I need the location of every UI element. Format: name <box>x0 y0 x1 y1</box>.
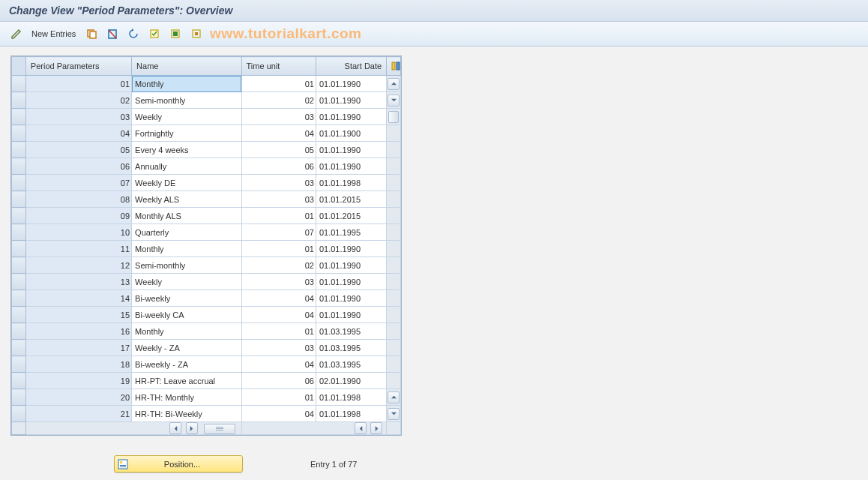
cell-start-date[interactable]: 01.03.1995 <box>316 323 386 340</box>
row-selector[interactable] <box>12 340 26 356</box>
row-selector[interactable] <box>12 389 26 406</box>
new-entries-button[interactable]: New Entries <box>28 29 79 38</box>
cell-start-date[interactable]: 01.01.1990 <box>316 290 386 307</box>
row-selector[interactable] <box>12 175 26 191</box>
select-all-icon[interactable] <box>146 26 163 42</box>
cell-start-date[interactable]: 01.01.1990 <box>316 158 386 175</box>
cell-name[interactable]: Bi-weekly <box>132 290 241 307</box>
row-selector[interactable] <box>12 307 26 323</box>
cell-start-date[interactable]: 01.01.1900 <box>316 125 386 142</box>
cell-name[interactable]: Quarterly <box>132 224 241 241</box>
col-period-parameters[interactable]: Period Parameters <box>25 57 131 76</box>
cell-period-parameters[interactable]: 13 <box>25 274 131 290</box>
position-button[interactable]: Position... <box>114 455 243 472</box>
cell-start-date[interactable]: 01.01.1990 <box>316 142 386 158</box>
cell-period-parameters[interactable]: 16 <box>25 323 131 340</box>
cell-time-unit[interactable]: 01 <box>241 208 316 224</box>
cell-time-unit[interactable]: 04 <box>241 356 316 373</box>
cell-period-parameters[interactable]: 14 <box>25 290 131 307</box>
cell-time-unit[interactable]: 01 <box>241 389 316 406</box>
cell-time-unit[interactable]: 03 <box>241 109 316 125</box>
cell-name[interactable]: Semi-monthly <box>132 257 241 274</box>
cell-start-date[interactable]: 01.03.1995 <box>316 356 386 373</box>
cell-time-unit[interactable]: 07 <box>241 224 316 241</box>
cell-name[interactable]: HR-TH: Bi-Weekly <box>132 406 241 422</box>
cell-name[interactable]: Monthly ALS <box>132 208 241 224</box>
cell-start-date[interactable]: 01.01.1990 <box>316 257 386 274</box>
row-selector[interactable] <box>12 191 26 208</box>
cell-start-date[interactable]: 01.01.1990 <box>316 307 386 323</box>
cell-period-parameters[interactable]: 02 <box>25 92 131 109</box>
cell-time-unit[interactable]: 03 <box>241 175 316 191</box>
cell-start-date[interactable]: 01.01.1990 <box>316 109 386 125</box>
cell-period-parameters[interactable]: 20 <box>25 389 131 406</box>
col-start-date[interactable]: Start Date <box>316 57 386 76</box>
select-block-icon[interactable] <box>167 26 184 42</box>
cell-name[interactable]: Monthly <box>132 76 241 92</box>
cell-name[interactable]: Bi-weekly CA <box>132 307 241 323</box>
cell-time-unit[interactable]: 04 <box>241 290 316 307</box>
cell-period-parameters[interactable]: 08 <box>25 191 131 208</box>
cell-start-date[interactable]: 01.01.1998 <box>316 175 386 191</box>
cell-start-date[interactable]: 02.01.1990 <box>316 373 386 389</box>
cell-period-parameters[interactable]: 21 <box>25 406 131 422</box>
cell-time-unit[interactable]: 02 <box>241 257 316 274</box>
cell-period-parameters[interactable]: 06 <box>25 158 131 175</box>
cell-name[interactable]: Weekly - ZA <box>132 340 241 356</box>
row-selector[interactable] <box>12 373 26 389</box>
row-selector[interactable] <box>12 356 26 373</box>
cell-time-unit[interactable]: 01 <box>241 323 316 340</box>
cell-start-date[interactable]: 01.01.1990 <box>316 76 386 92</box>
row-selector[interactable] <box>12 76 26 92</box>
cell-name[interactable]: Weekly <box>132 274 241 290</box>
col-time-unit[interactable]: Time unit <box>241 57 316 76</box>
cell-name[interactable]: Every 4 weeks <box>132 142 241 158</box>
vscroll-down-btn[interactable] <box>387 92 401 109</box>
cell-period-parameters[interactable]: 03 <box>25 109 131 125</box>
cell-name[interactable]: Fortnightly <box>132 125 241 142</box>
cell-name[interactable]: Semi-monthly <box>132 92 241 109</box>
hscroll-thumb[interactable] <box>204 424 235 434</box>
row-selector[interactable] <box>12 323 26 340</box>
vscroll-up-btn-bottom[interactable] <box>387 389 401 406</box>
cell-time-unit[interactable]: 04 <box>241 125 316 142</box>
select-all-rows[interactable] <box>12 57 26 76</box>
undo-icon[interactable] <box>125 26 142 42</box>
cell-start-date[interactable]: 01.01.1990 <box>316 274 386 290</box>
cell-name[interactable]: HR-PT: Leave accrual <box>132 373 241 389</box>
cell-time-unit[interactable]: 06 <box>241 373 316 389</box>
cell-period-parameters[interactable]: 07 <box>25 175 131 191</box>
cell-start-date[interactable]: 01.01.1998 <box>316 389 386 406</box>
delete-icon[interactable] <box>104 26 121 42</box>
cell-name[interactable]: Weekly <box>132 109 241 125</box>
cell-start-date[interactable]: 01.01.2015 <box>316 208 386 224</box>
cell-name[interactable]: HR-TH: Monthly <box>132 389 241 406</box>
cell-period-parameters[interactable]: 15 <box>25 307 131 323</box>
hscroll2-left-btn[interactable] <box>355 422 367 434</box>
cell-time-unit[interactable]: 05 <box>241 142 316 158</box>
vscroll-thumb[interactable] <box>387 109 401 125</box>
cell-period-parameters[interactable]: 12 <box>25 257 131 274</box>
cell-period-parameters[interactable]: 10 <box>25 224 131 241</box>
row-selector[interactable] <box>12 290 26 307</box>
cell-name[interactable]: Weekly ALS <box>132 191 241 208</box>
toggle-change-icon[interactable] <box>7 26 24 42</box>
cell-name[interactable]: Monthly <box>132 241 241 257</box>
row-selector[interactable] <box>12 109 26 125</box>
cell-name[interactable]: Bi-weekly - ZA <box>132 356 241 373</box>
cell-start-date[interactable]: 01.01.1995 <box>316 224 386 241</box>
row-selector[interactable] <box>12 158 26 175</box>
cell-period-parameters[interactable]: 04 <box>25 125 131 142</box>
cell-time-unit[interactable]: 01 <box>241 76 316 92</box>
vscroll-down-btn-bottom[interactable] <box>387 406 401 422</box>
row-selector[interactable] <box>12 406 26 422</box>
hscroll-left-btn[interactable] <box>169 422 181 434</box>
cell-time-unit[interactable]: 03 <box>241 340 316 356</box>
cell-time-unit[interactable]: 01 <box>241 241 316 257</box>
cell-period-parameters[interactable]: 01 <box>25 76 131 92</box>
cell-time-unit[interactable]: 06 <box>241 158 316 175</box>
cell-name[interactable]: Annually <box>132 158 241 175</box>
row-selector[interactable] <box>12 92 26 109</box>
cell-start-date[interactable]: 01.01.2015 <box>316 191 386 208</box>
cell-start-date[interactable]: 01.01.1998 <box>316 406 386 422</box>
